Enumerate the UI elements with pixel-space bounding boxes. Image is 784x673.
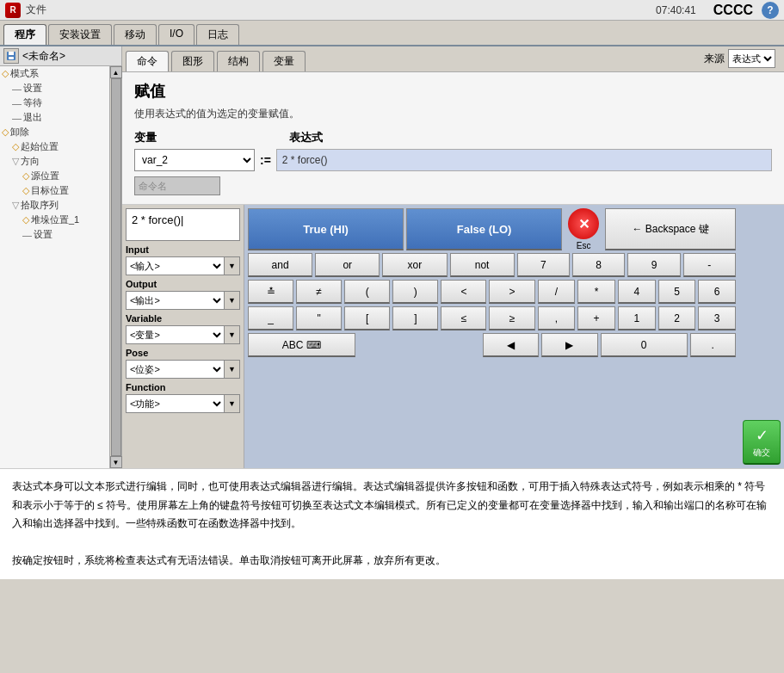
tab-graphic[interactable]: 图形 xyxy=(171,51,214,71)
expression-textbox[interactable]: 2 * force()| xyxy=(126,208,240,241)
confirm-label: 确交 xyxy=(753,447,770,459)
help-button[interactable]: ? xyxy=(762,2,779,19)
tree-item-set2[interactable]: — 设置 xyxy=(21,227,109,242)
key-open-paren[interactable]: ( xyxy=(344,280,390,304)
key-lt[interactable]: < xyxy=(441,280,486,304)
tree-item-modesystem[interactable]: ◇ 模式系 xyxy=(0,66,109,81)
pose-select[interactable]: <位姿> xyxy=(126,360,225,379)
not-button[interactable]: not xyxy=(450,253,515,277)
key-close-bracket[interactable]: ] xyxy=(392,306,438,330)
tab-variable[interactable]: 变量 xyxy=(262,51,306,71)
false-lo-button[interactable]: False (LO) xyxy=(406,208,562,250)
key-0[interactable]: 0 xyxy=(601,333,688,357)
key-8[interactable]: 8 xyxy=(572,253,625,277)
and-button[interactable]: and xyxy=(248,253,312,277)
main-tab-bar: 程序 安装设置 移动 I/O 日志 xyxy=(0,21,784,46)
variable-select[interactable]: var_2 xyxy=(134,149,255,171)
tree-scrollbar[interactable]: ▲ ▼ xyxy=(109,66,121,468)
key-quote[interactable]: " xyxy=(296,306,342,330)
key-underscore[interactable]: _ xyxy=(248,306,293,330)
pose-dropdown-btn[interactable]: ▼ xyxy=(225,360,240,379)
output-label: Output xyxy=(126,279,240,289)
key-dot[interactable]: . xyxy=(690,333,736,357)
tab-structure[interactable]: 结构 xyxy=(217,51,260,71)
variable-dropdown-btn[interactable]: ▼ xyxy=(225,325,240,344)
scroll-down-button[interactable]: ▼ xyxy=(110,456,122,468)
backspace-button[interactable]: ← Backspace 键 xyxy=(605,208,736,250)
key-gt[interactable]: > xyxy=(489,280,534,304)
sub-tab-bar: 命令 图形 结构 变量 xyxy=(126,51,308,71)
key-2[interactable]: 2 xyxy=(658,306,696,330)
tree-label: 卸除 xyxy=(10,126,29,139)
tree-item-dstpos[interactable]: ◇ 目标位置 xyxy=(21,183,109,198)
key-9[interactable]: 9 xyxy=(627,253,680,277)
key-left[interactable]: ◀ xyxy=(483,333,539,357)
key-5[interactable]: 5 xyxy=(658,280,696,304)
true-hi-button[interactable]: True (HI) xyxy=(248,208,404,250)
variable-select2[interactable]: <变量> xyxy=(126,325,225,344)
tree-item-direction[interactable]: ▽ 方向 xyxy=(10,154,109,169)
save-icon[interactable] xyxy=(3,48,19,64)
function-dropdown-btn[interactable]: ▼ xyxy=(225,394,240,413)
key-lte[interactable]: ≤ xyxy=(441,306,486,330)
command-name-placeholder[interactable]: 命令名 xyxy=(134,176,220,195)
xor-button[interactable]: xor xyxy=(382,253,447,277)
key-comma[interactable]: , xyxy=(538,306,576,330)
file-menu[interactable]: 文件 xyxy=(26,3,656,17)
key-right[interactable]: ▶ xyxy=(541,333,597,357)
function-selector-group: Function <功能> ▼ xyxy=(126,382,240,413)
tab-install[interactable]: 安装设置 xyxy=(48,24,112,45)
key-open-bracket[interactable]: [ xyxy=(344,306,390,330)
key-4[interactable]: 4 xyxy=(618,280,656,304)
variable-selector-group: Variable <变量> ▼ xyxy=(126,313,240,344)
key-3[interactable]: 3 xyxy=(698,306,736,330)
scroll-thumb[interactable] xyxy=(111,78,121,456)
key-slash[interactable]: / xyxy=(538,280,576,304)
tab-move[interactable]: 移动 xyxy=(114,24,157,45)
key-6[interactable]: 6 xyxy=(698,280,736,304)
key-1[interactable]: 1 xyxy=(618,306,656,330)
checkmark-icon: ✓ xyxy=(756,426,769,445)
output-dropdown-btn[interactable]: ▼ xyxy=(225,291,240,310)
cancel-button[interactable]: ✕ xyxy=(568,208,599,239)
key-gte[interactable]: ≥ xyxy=(489,306,534,330)
tab-command[interactable]: 命令 xyxy=(126,51,169,71)
esc-label: Esc xyxy=(565,241,602,250)
input-dropdown-btn[interactable]: ▼ xyxy=(225,256,240,275)
expression-display[interactable]: 2 * force() xyxy=(276,149,772,171)
tree-item-unload[interactable]: ◇ 卸除 xyxy=(0,125,109,139)
or-button[interactable]: or xyxy=(315,253,380,277)
key-7[interactable]: 7 xyxy=(517,253,570,277)
key-star[interactable]: * xyxy=(577,280,615,304)
tab-program[interactable]: 程序 xyxy=(3,24,46,45)
scroll-up-button[interactable]: ▲ xyxy=(110,66,122,78)
tree-item-pickseq[interactable]: ▽ 拾取序列 xyxy=(10,198,109,213)
key-close-paren[interactable]: ) xyxy=(392,280,438,304)
tree-item-stackpos[interactable]: ◇ 堆垛位置_1 xyxy=(21,213,109,227)
output-select[interactable]: <输出> xyxy=(126,291,225,310)
tree-item-set[interactable]: — 设置 xyxy=(10,81,109,96)
key-plus[interactable]: + xyxy=(577,306,615,330)
var-expr-headers: 变量 表达式 xyxy=(134,130,772,145)
tab-io[interactable]: I/O xyxy=(158,24,194,45)
confirm-button[interactable]: ✓ 确交 xyxy=(743,420,781,465)
app-logo: R xyxy=(5,3,21,18)
tab-log[interactable]: 日志 xyxy=(196,24,239,45)
input-select[interactable]: <输入> xyxy=(126,256,225,275)
esc-cancel-col: ✕ Esc xyxy=(565,208,602,250)
tree-item-wait[interactable]: — 等待 xyxy=(10,96,109,110)
key-approx[interactable]: ≛ xyxy=(248,280,293,304)
tree-label: 方向 xyxy=(21,155,40,168)
source-label: 来源 xyxy=(704,52,725,66)
confirm-col: ✓ 确交 xyxy=(739,205,784,468)
function-select[interactable]: <功能> xyxy=(126,394,225,413)
triangle-icon: ▽ xyxy=(12,156,19,167)
source-select[interactable]: 表达式 xyxy=(728,49,775,68)
abc-keyboard-button[interactable]: ABC ⌨ xyxy=(248,333,355,357)
tree-item-startpos[interactable]: ◇ 起始位置 xyxy=(10,139,109,154)
tree-item-srcpos[interactable]: ◇ 源位置 xyxy=(21,169,109,183)
key-minus[interactable]: - xyxy=(683,253,736,277)
key-neq[interactable]: ≠ xyxy=(296,280,342,304)
tree-item-exit[interactable]: — 退出 xyxy=(10,110,109,125)
title-bar: R 文件 07:40:41 CCCC ? xyxy=(0,0,784,21)
